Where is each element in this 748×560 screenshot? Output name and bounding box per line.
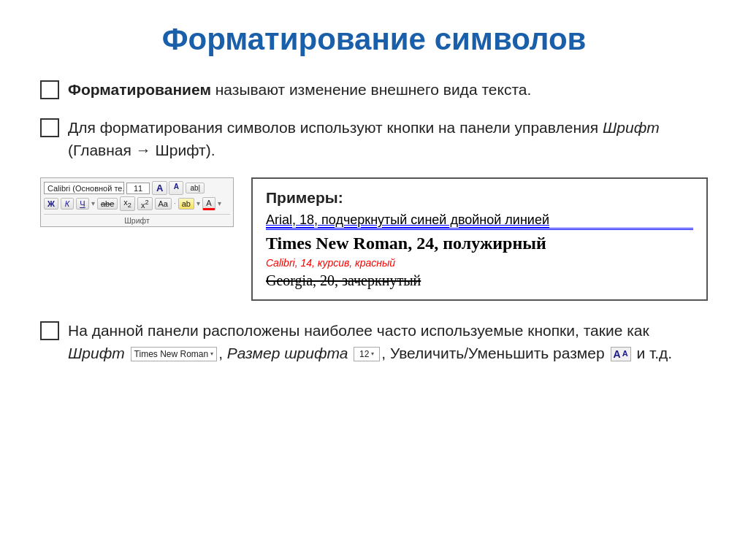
checkbox-icon-3 <box>40 321 59 340</box>
font-dropdown-arrow-inline: ▾ <box>210 350 213 358</box>
bullet-1-rest: называют изменение внешнего вида текста. <box>211 81 531 98</box>
examples-box: Примеры: Arial, 18, подчеркнутый синей д… <box>251 177 708 301</box>
font-dropdown-value: Times New Roman <box>134 348 209 361</box>
checkbox-icon-1 <box>40 80 59 99</box>
examples-title: Примеры: <box>266 189 693 207</box>
separator-1: ▾ <box>91 199 95 207</box>
bold-btn[interactable]: Ж <box>44 198 58 210</box>
bullet-2-text3: Шрифт). <box>151 142 215 158</box>
underline-btn[interactable]: Ч <box>76 198 89 210</box>
font-dropdown-inline[interactable]: Times New Roman ▾ <box>131 347 218 361</box>
bullet-3-italic1: Шрифт <box>68 345 125 361</box>
page-title: Форматирование символов <box>40 22 708 57</box>
highlight-btn[interactable]: ab <box>178 198 194 210</box>
size-dropdown-inline[interactable]: 12 ▾ <box>354 347 380 361</box>
font-name-text: Calibri (Основной те... <box>47 184 124 193</box>
size-dropdown-value: 12 <box>359 348 369 361</box>
example-calibri: Calibri, 14, курсив, красный <box>266 257 693 269</box>
bullet-3-italic2: Размер шрифта <box>227 345 348 361</box>
toolbar-row-2: Ж К Ч ▾ abe x2 x2 Aa · ab ▾ A ▾ <box>44 196 230 210</box>
superscript-btn[interactable]: x2 <box>137 197 153 211</box>
bullet-2-italic: Шрифт <box>603 119 660 136</box>
bullet-3-text: На данной панели расположены наиболее ча… <box>68 320 708 364</box>
middle-section: Calibri (Основной те... ▾ 11 A A ab| Ж К… <box>40 177 708 301</box>
bullet-3-text3: , Увеличить/Уменьшить размер <box>381 345 604 361</box>
separator-2: · <box>174 199 176 207</box>
example-arial: Arial, 18, подчеркнутый синей двойной ли… <box>266 212 693 230</box>
show-hide-btn[interactable]: ab| <box>186 183 205 193</box>
strikethrough-btn[interactable]: abe <box>97 198 118 210</box>
font-color-btn[interactable]: A <box>202 197 215 210</box>
bullet-1-text: Форматированием называют изменение внешн… <box>68 79 531 101</box>
italic-btn[interactable]: К <box>61 198 74 210</box>
font-name-box[interactable]: Calibri (Основной те... ▾ <box>44 182 124 194</box>
bullet-3-text4: и т.д. <box>633 345 673 361</box>
aa-inline[interactable]: A A <box>611 347 631 361</box>
toolbar-aa-buttons: A A <box>152 181 183 195</box>
bullet-2-text1: Для форматирования символов используют к… <box>68 119 603 136</box>
aa-small: A <box>622 348 628 360</box>
font-toolbar: Calibri (Основной те... ▾ 11 A A ab| Ж К… <box>40 177 234 226</box>
bullet-3-text1: На данной панели расположены наиболее ча… <box>68 322 649 339</box>
bullet-1-bold: Форматированием <box>68 81 211 98</box>
font-size-box[interactable]: 11 <box>126 183 150 194</box>
clear-format-btn[interactable]: Aa <box>155 198 172 210</box>
bullet-3-text2: , <box>218 345 227 361</box>
bullet-2: Для форматирования символов используют к… <box>40 117 708 161</box>
checkbox-icon-2 <box>40 118 59 137</box>
bullet-1: Форматированием называют изменение внешн… <box>40 79 708 101</box>
increase-font-btn[interactable]: A <box>152 181 167 195</box>
example-georgia: Georgia, 20, зачеркнутый <box>266 272 693 289</box>
toolbar-row-1: Calibri (Основной те... ▾ 11 A A ab| <box>44 181 230 195</box>
bullet-2-arrow: → <box>136 139 151 161</box>
separator-4: ▾ <box>218 199 221 207</box>
subscript-btn[interactable]: x2 <box>120 196 135 210</box>
example-arial-text: Arial, 18, подчеркнутый синей двойной ли… <box>266 212 549 227</box>
toolbar-label: Шрифт <box>44 214 230 225</box>
bullet-2-text2: (Главная <box>68 142 136 158</box>
bullet-2-text: Для форматирования символов используют к… <box>68 117 708 161</box>
size-dropdown-arrow-inline: ▾ <box>371 350 374 358</box>
example-times: Times New Roman, 24, полужирный <box>266 234 693 253</box>
font-size-text: 11 <box>134 184 142 193</box>
decrease-font-btn[interactable]: A <box>169 181 183 195</box>
bullet-3: На данной панели расположены наиболее ча… <box>40 320 708 364</box>
aa-large: A <box>614 347 621 361</box>
separator-3: ▾ <box>196 199 200 207</box>
